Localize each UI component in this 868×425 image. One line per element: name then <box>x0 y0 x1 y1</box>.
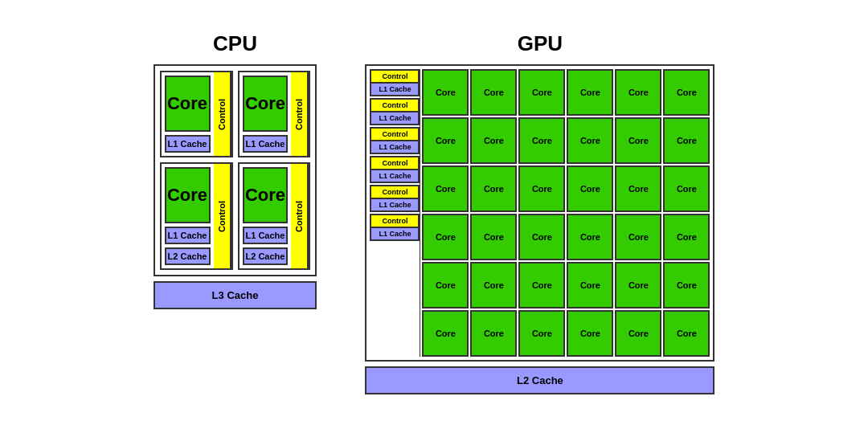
cpu-control-0: Control <box>214 72 231 156</box>
cpu-l1cache-2: L1 Cache <box>165 227 211 244</box>
gpu-row-ctrl-2: Control L1 Cache <box>370 127 420 154</box>
gpu-core-3-1: Core <box>470 214 517 260</box>
gpu-l1-4: L1 Cache <box>371 198 419 211</box>
gpu-core-0-4: Core <box>615 69 661 116</box>
cpu-l3cache: L3 Cache <box>154 281 317 309</box>
gpu-core-2-0: Core <box>422 166 469 212</box>
cpu-core-label-2: Core <box>165 167 211 223</box>
cpu-core-block-3: Core L1 Cache L2 Cache Control <box>238 162 311 270</box>
gpu-left-col: Control L1 Cache Control L1 Cache Contro… <box>370 69 420 357</box>
gpu-core-3-3: Core <box>567 214 613 260</box>
gpu-inner: Control L1 Cache Control L1 Cache Contro… <box>365 64 714 362</box>
gpu-core-2-3: Core <box>567 166 613 212</box>
cpu-core-block-0: Core L1 Cache Control <box>160 71 233 157</box>
gpu-row-ctrl-4: Control L1 Cache <box>370 185 420 212</box>
gpu-l1-0: L1 Cache <box>371 83 419 96</box>
gpu-l1-5: L1 Cache <box>371 227 419 240</box>
gpu-control-5: Control <box>371 215 419 227</box>
gpu-core-3-5: Core <box>663 214 710 260</box>
cpu-diagram: Core L1 Cache Control Core L1 Cache Cont… <box>154 64 317 309</box>
gpu-cores-row-4: Core Core Core Core Core Core <box>422 262 710 309</box>
cpu-l1cache-3: L1 Cache <box>243 227 289 244</box>
gpu-core-3-2: Core <box>518 214 565 260</box>
gpu-core-1-5: Core <box>663 117 710 164</box>
gpu-cores-row-2: Core Core Core Core Core Core <box>422 166 710 212</box>
gpu-row-ctrl-0: Control L1 Cache <box>370 69 420 96</box>
gpu-row-ctrl-3: Control L1 Cache <box>370 156 420 183</box>
gpu-core-1-3: Core <box>567 117 613 164</box>
gpu-core-4-2: Core <box>518 262 565 309</box>
gpu-core-5-4: Core <box>615 310 661 357</box>
cpu-core-label-0: Core <box>165 76 211 132</box>
gpu-cores-row-3: Core Core Core Core Core Core <box>422 214 710 260</box>
gpu-core-2-4: Core <box>615 166 661 212</box>
gpu-cores-row-0: Core Core Core Core Core Core <box>422 69 710 116</box>
cpu-core-block-2: Core L1 Cache L2 Cache Control <box>160 162 233 270</box>
cpu-core-label-3: Core <box>243 167 289 223</box>
main-container: CPU Core L1 Cache Control Core L1 Cache <box>121 15 747 411</box>
gpu-l2cache: L2 Cache <box>365 366 714 394</box>
gpu-core-0-2: Core <box>518 69 565 116</box>
gpu-core-1-2: Core <box>518 117 565 164</box>
gpu-control-3: Control <box>371 157 419 170</box>
cpu-core-label-1: Core <box>243 76 289 132</box>
gpu-core-4-1: Core <box>470 262 517 309</box>
gpu-core-5-3: Core <box>567 310 613 357</box>
gpu-l1-2: L1 Cache <box>371 141 419 153</box>
gpu-core-2-5: Core <box>663 166 710 212</box>
gpu-cores-row-5: Core Core Core Core Core Core <box>422 310 710 357</box>
cpu-control-1: Control <box>291 72 309 156</box>
gpu-core-0-3: Core <box>567 69 613 116</box>
cpu-core-main-0: Core L1 Cache <box>162 72 214 156</box>
gpu-core-4-0: Core <box>422 262 469 309</box>
gpu-core-5-5: Core <box>663 310 710 357</box>
gpu-core-4-5: Core <box>663 262 710 309</box>
gpu-core-1-0: Core <box>422 117 469 164</box>
gpu-core-0-1: Core <box>470 69 517 116</box>
gpu-core-0-5: Core <box>663 69 710 116</box>
gpu-core-0-0: Core <box>422 69 469 116</box>
gpu-core-1-1: Core <box>470 117 517 164</box>
gpu-cores-row-1: Core Core Core Core Core Core <box>422 117 710 164</box>
cpu-core-block-1: Core L1 Cache Control <box>238 71 311 157</box>
cpu-core-main-3: Core L1 Cache L2 Cache <box>240 164 292 268</box>
gpu-core-2-2: Core <box>518 166 565 212</box>
cpu-l2cache-3: L2 Cache <box>243 247 289 265</box>
gpu-core-4-3: Core <box>567 262 613 309</box>
cpu-control-3: Control <box>291 164 309 268</box>
gpu-core-5-0: Core <box>422 310 469 357</box>
gpu-control-4: Control <box>371 186 419 198</box>
cpu-l1cache-0: L1 Cache <box>165 135 211 153</box>
cpu-core-main-2: Core L1 Cache L2 Cache <box>162 164 214 268</box>
gpu-control-1: Control <box>371 99 419 112</box>
gpu-core-4-4: Core <box>615 262 661 309</box>
cpu-l2cache-2: L2 Cache <box>165 247 211 265</box>
cpu-control-2: Control <box>214 164 231 268</box>
gpu-row-ctrl-5: Control L1 Cache <box>370 214 420 241</box>
gpu-cores-col: Core Core Core Core Core Core Core Core … <box>422 69 710 357</box>
gpu-diagram: Control L1 Cache Control L1 Cache Contro… <box>365 64 714 394</box>
gpu-l1-1: L1 Cache <box>371 112 419 125</box>
cpu-section: CPU Core L1 Cache Control Core L1 Cache <box>154 31 317 309</box>
gpu-core-3-4: Core <box>615 214 661 260</box>
gpu-title: GPU <box>518 31 563 56</box>
gpu-control-2: Control <box>371 128 419 141</box>
gpu-core-2-1: Core <box>470 166 517 212</box>
gpu-core-5-1: Core <box>470 310 517 357</box>
gpu-control-0: Control <box>371 70 419 83</box>
gpu-l1-3: L1 Cache <box>371 170 419 182</box>
gpu-core-1-4: Core <box>615 117 661 164</box>
gpu-core-3-0: Core <box>422 214 469 260</box>
gpu-core-5-2: Core <box>518 310 565 357</box>
cpu-l1cache-1: L1 Cache <box>243 135 289 153</box>
cpu-core-main-1: Core L1 Cache <box>240 72 292 156</box>
cpu-cores-grid: Core L1 Cache Control Core L1 Cache Cont… <box>154 64 317 276</box>
gpu-row-ctrl-1: Control L1 Cache <box>370 98 420 125</box>
cpu-title: CPU <box>213 31 257 56</box>
gpu-section: GPU Control L1 Cache Control L1 Cache Co… <box>365 31 714 394</box>
